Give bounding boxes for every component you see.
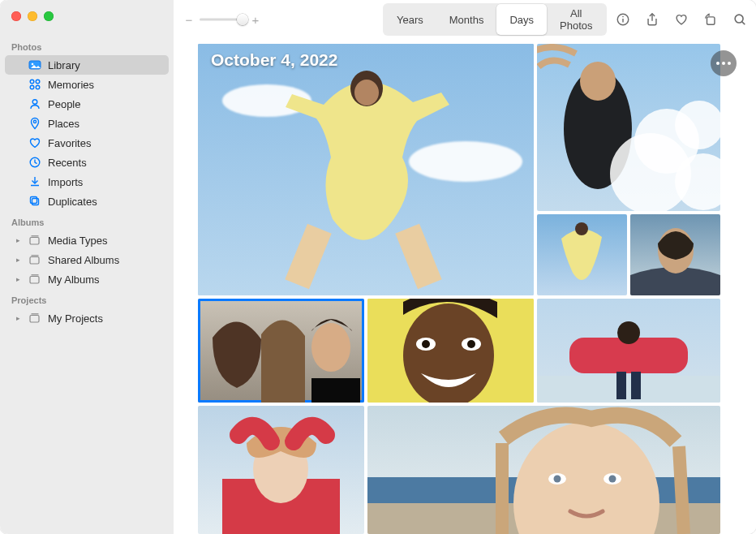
svg-rect-15 (30, 316, 39, 323)
sidebar-section-photos: Photos (0, 36, 174, 55)
svg-point-8 (33, 120, 36, 123)
sidebar-item-label: My Albums (48, 273, 100, 286)
places-icon (28, 117, 41, 130)
favorite-icon[interactable] (673, 11, 689, 28)
sidebar-item-people[interactable]: People (5, 94, 169, 114)
svg-rect-48 (631, 372, 641, 399)
sidebar-item-my-projects[interactable]: ▸ My Projects (5, 308, 169, 328)
sidebar-item-media-types[interactable]: ▸ Media Types (5, 230, 169, 250)
imports-icon (28, 175, 41, 188)
toolbar: − + Years Months Days All Photos (174, 0, 756, 39)
photo-thumb[interactable] (537, 214, 627, 295)
info-icon[interactable] (615, 11, 631, 28)
sidebar-item-memories[interactable]: Memories (5, 75, 169, 94)
svg-point-39 (403, 304, 494, 403)
svg-point-7 (32, 100, 37, 105)
svg-rect-24 (285, 224, 331, 290)
chevron-right-icon[interactable]: ▸ (16, 236, 24, 244)
sidebar-item-label: Memories (48, 79, 94, 91)
sidebar: Photos Library Memories People (0, 0, 174, 534)
sidebar-item-favorites[interactable]: Favorites (5, 133, 169, 153)
album-icon (28, 273, 41, 286)
svg-point-46 (617, 321, 640, 344)
duplicates-icon (28, 195, 41, 208)
sidebar-section-projects: Projects (0, 289, 174, 308)
sidebar-item-shared-albums[interactable]: ▸ Shared Albums (5, 250, 169, 269)
segment-days[interactable]: Days (496, 4, 547, 35)
sidebar-item-label: Library (48, 59, 80, 71)
zoom-in-button[interactable]: + (250, 13, 261, 27)
svg-point-4 (36, 80, 40, 84)
sidebar-item-label: Recents (48, 157, 87, 169)
svg-point-43 (467, 340, 475, 348)
zoom-control: − + (183, 13, 261, 27)
svg-rect-11 (31, 197, 37, 204)
svg-point-41 (422, 340, 430, 348)
more-actions-button[interactable] (711, 50, 737, 76)
chevron-right-icon[interactable]: ▸ (16, 256, 24, 264)
album-icon (28, 234, 41, 247)
svg-rect-37 (311, 378, 360, 403)
album-icon (28, 312, 41, 325)
photo-thumb[interactable] (630, 214, 720, 295)
svg-rect-44 (537, 376, 720, 403)
svg-point-2 (32, 63, 34, 66)
sidebar-item-recents[interactable]: Recents (5, 153, 169, 172)
toolbar-actions (615, 11, 751, 28)
photo-grid (198, 44, 720, 534)
sidebar-item-places[interactable]: Places (5, 114, 169, 133)
minimize-window-button[interactable] (28, 11, 37, 21)
photos-app-window: Photos Library Memories People (0, 0, 756, 534)
photo-grid-container: October 4, 2022 (174, 39, 756, 534)
memories-icon (28, 78, 41, 91)
photo-thumb[interactable] (367, 406, 720, 534)
svg-rect-14 (30, 277, 39, 284)
photo-thumb-selected[interactable] (198, 299, 364, 403)
zoom-window-button[interactable] (44, 11, 54, 21)
segment-all-photos[interactable]: All Photos (547, 4, 605, 35)
share-icon[interactable] (644, 11, 660, 28)
svg-rect-19 (707, 17, 714, 24)
sidebar-item-label: Imports (48, 176, 83, 188)
svg-point-55 (554, 476, 561, 483)
zoom-slider[interactable] (200, 14, 245, 25)
svg-line-21 (741, 22, 744, 24)
photo-thumb[interactable] (537, 44, 720, 211)
close-window-button[interactable] (11, 11, 21, 21)
svg-rect-12 (30, 238, 39, 245)
view-segmented-control: Years Months Days All Photos (383, 3, 607, 36)
sidebar-item-imports[interactable]: Imports (5, 172, 169, 192)
photo-thumb[interactable] (198, 406, 364, 534)
sidebar-item-library[interactable]: Library (5, 55, 169, 75)
svg-rect-13 (30, 257, 39, 265)
sidebar-item-label: Media Types (48, 235, 107, 247)
zoom-out-button[interactable]: − (183, 13, 195, 27)
sidebar-item-label: Places (48, 118, 79, 130)
svg-point-6 (36, 85, 40, 89)
svg-point-36 (311, 323, 350, 372)
sidebar-item-label: My Projects (48, 312, 103, 325)
sidebar-item-duplicates[interactable]: Duplicates (5, 192, 169, 211)
sidebar-item-my-albums[interactable]: ▸ My Albums (5, 269, 169, 289)
segment-years[interactable]: Years (384, 4, 436, 35)
svg-point-20 (735, 15, 743, 23)
svg-rect-25 (395, 224, 441, 290)
search-icon[interactable] (732, 11, 748, 28)
svg-point-57 (609, 476, 616, 483)
svg-rect-47 (616, 372, 626, 399)
svg-point-27 (580, 62, 616, 101)
chevron-right-icon[interactable]: ▸ (16, 314, 24, 322)
svg-rect-10 (32, 199, 39, 205)
window-controls (0, 6, 174, 36)
sidebar-item-label: Duplicates (48, 196, 97, 208)
photo-thumb[interactable] (367, 299, 534, 403)
svg-point-32 (575, 222, 588, 235)
rotate-icon[interactable] (702, 11, 719, 28)
photo-thumb[interactable] (198, 44, 534, 295)
chevron-right-icon[interactable]: ▸ (16, 275, 24, 283)
favorites-icon (28, 136, 41, 149)
day-heading: October 4, 2022 (211, 50, 337, 70)
sidebar-section-albums: Albums (0, 211, 174, 230)
segment-months[interactable]: Months (436, 4, 497, 35)
photo-thumb[interactable] (537, 299, 720, 403)
